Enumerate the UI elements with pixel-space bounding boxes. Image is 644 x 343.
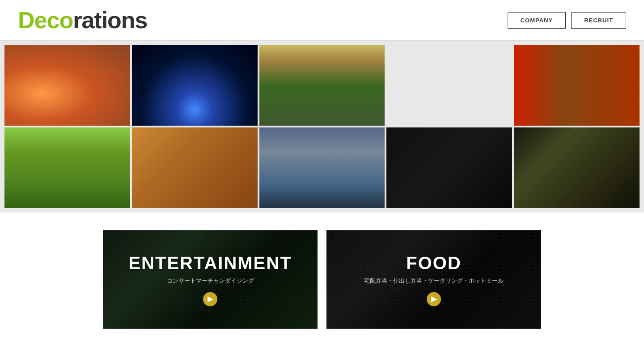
company-button[interactable]: COMPANY xyxy=(508,12,566,29)
gallery-image-5 xyxy=(514,45,640,126)
header-nav: COMPANY RECRUIT xyxy=(508,12,626,29)
gallery-image-7 xyxy=(132,127,258,208)
gallery-image-1 xyxy=(4,45,130,126)
entertainment-card[interactable]: ENTERTAINMENT コンサートマーチャンダイジング ▶ xyxy=(103,230,318,329)
food-card[interactable]: FOOD 宅配弁当・仕出し弁当・ケータリング・ホットミール ▶ xyxy=(326,230,541,329)
gallery-section xyxy=(0,41,644,212)
gallery-image-9 xyxy=(386,127,512,208)
gallery-item[interactable] xyxy=(4,45,130,126)
entertainment-card-title: ENTERTAINMENT xyxy=(128,253,292,273)
logo-area: Decorations xyxy=(18,7,508,34)
gallery-item[interactable] xyxy=(4,127,130,208)
gallery-item[interactable] xyxy=(259,45,385,126)
entertainment-card-subtitle: コンサートマーチャンダイジング xyxy=(167,277,254,285)
entertainment-card-arrow[interactable]: ▶ xyxy=(203,292,217,306)
logo-rations-part: rations xyxy=(73,7,147,33)
gallery-item[interactable] xyxy=(132,127,258,208)
gallery-item[interactable] xyxy=(132,45,258,126)
gallery-item[interactable] xyxy=(386,127,512,208)
gallery-image-10 xyxy=(514,127,640,208)
entertainment-card-content: ENTERTAINMENT コンサートマーチャンダイジング ▶ xyxy=(103,230,318,329)
site-header: Decorations COMPANY RECRUIT xyxy=(0,0,644,41)
logo-dec-part: Dec xyxy=(18,7,59,33)
cards-section: ENTERTAINMENT コンサートマーチャンダイジング ▶ FOOD 宅配弁… xyxy=(0,212,644,343)
gallery-item[interactable] xyxy=(514,45,640,126)
food-card-subtitle: 宅配弁当・仕出し弁当・ケータリング・ホットミール xyxy=(364,277,504,285)
food-card-content: FOOD 宅配弁当・仕出し弁当・ケータリング・ホットミール ▶ xyxy=(326,230,541,329)
gallery-image-8 xyxy=(259,127,385,208)
gallery-item[interactable] xyxy=(514,127,640,208)
gallery-grid xyxy=(4,45,640,208)
food-card-title: FOOD xyxy=(406,253,462,273)
food-card-arrow[interactable]: ▶ xyxy=(427,292,441,306)
gallery-image-4 xyxy=(386,45,512,126)
logo-o-part: o xyxy=(59,7,73,33)
gallery-item[interactable] xyxy=(259,127,385,208)
recruit-button[interactable]: RECRUIT xyxy=(571,12,626,29)
gallery-image-2 xyxy=(132,45,258,126)
gallery-image-6 xyxy=(4,127,130,208)
gallery-item[interactable] xyxy=(386,45,512,126)
gallery-image-3 xyxy=(259,45,385,126)
site-logo: Decorations xyxy=(18,7,148,33)
